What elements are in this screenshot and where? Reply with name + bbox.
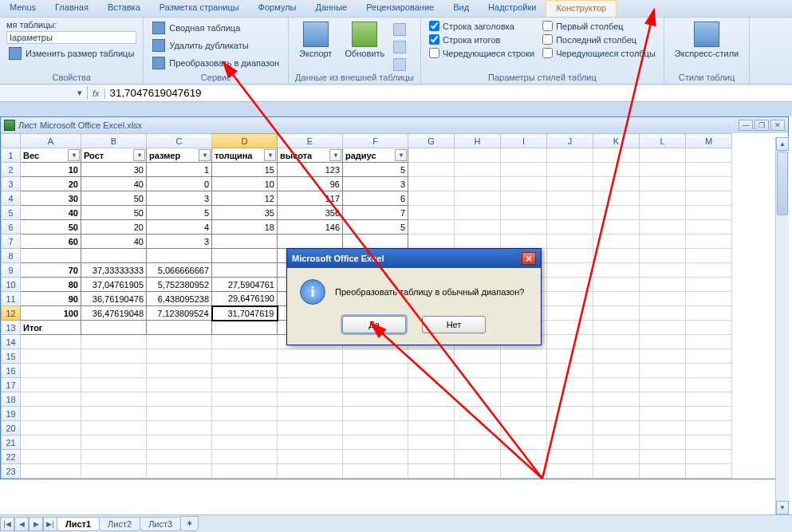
cell[interactable] — [455, 435, 501, 450]
table-column-header[interactable]: высота▾ — [278, 148, 343, 163]
cell[interactable] — [455, 364, 501, 378]
cell[interactable] — [501, 392, 547, 407]
cell[interactable] — [408, 177, 455, 191]
cell[interactable] — [278, 234, 343, 249]
cell[interactable] — [455, 234, 501, 249]
cell[interactable] — [640, 464, 686, 479]
cell[interactable]: 70 — [21, 263, 81, 278]
cell[interactable] — [686, 392, 732, 407]
cell[interactable]: 7 — [343, 206, 408, 220]
cell[interactable] — [547, 191, 593, 206]
col-header[interactable]: I — [501, 134, 547, 148]
total-label-cell[interactable]: Итог — [21, 321, 81, 335]
filter-dropdown-icon[interactable]: ▾ — [133, 149, 145, 161]
cell[interactable] — [278, 364, 343, 378]
row-header[interactable]: 21 — [2, 435, 21, 450]
cell[interactable] — [408, 392, 455, 407]
cell[interactable] — [408, 191, 455, 206]
minimize-button[interactable]: — — [739, 120, 753, 131]
cell[interactable] — [21, 349, 81, 364]
extra-icon-3[interactable] — [393, 58, 406, 71]
cell[interactable] — [408, 234, 455, 249]
fx-button[interactable]: fx — [88, 89, 105, 98]
cell[interactable]: 20 — [21, 177, 81, 191]
cell[interactable] — [686, 364, 732, 378]
cell[interactable] — [547, 407, 593, 421]
cell[interactable] — [501, 407, 547, 421]
cell[interactable] — [593, 421, 640, 435]
cell[interactable] — [408, 435, 455, 450]
cell[interactable] — [408, 206, 455, 220]
row-header[interactable]: 9 — [2, 263, 21, 278]
cell[interactable] — [408, 450, 455, 464]
row-header[interactable]: 2 — [2, 163, 21, 177]
cell[interactable] — [547, 364, 593, 378]
namebox-dropdown-icon[interactable]: ▾ — [74, 88, 85, 98]
row-header[interactable]: 15 — [2, 349, 21, 364]
cell[interactable] — [686, 249, 732, 263]
cell[interactable]: 80 — [21, 278, 81, 292]
col-header[interactable]: G — [408, 134, 455, 148]
table-column-header[interactable]: толщина▾ — [212, 148, 278, 163]
cell[interactable]: 146 — [278, 220, 343, 234]
cell[interactable] — [686, 421, 732, 435]
cell[interactable] — [343, 392, 408, 407]
cell[interactable] — [455, 206, 501, 220]
row-header[interactable]: 7 — [2, 234, 21, 249]
cell[interactable] — [547, 206, 593, 220]
cell[interactable] — [593, 177, 640, 191]
tab-addins[interactable]: Надстройки — [479, 0, 546, 17]
cell[interactable] — [408, 407, 455, 421]
sheet-nav-prev[interactable]: ◀ — [14, 517, 29, 531]
cell[interactable] — [547, 421, 593, 435]
cell[interactable] — [81, 349, 147, 364]
cell[interactable] — [278, 407, 343, 421]
cell[interactable] — [501, 148, 547, 163]
cell[interactable] — [686, 148, 732, 163]
cell[interactable] — [408, 220, 455, 234]
cell[interactable] — [343, 421, 408, 435]
cell[interactable] — [408, 364, 455, 378]
cell[interactable] — [278, 392, 343, 407]
cell[interactable]: 123 — [278, 163, 343, 177]
row-header[interactable]: 13 — [2, 321, 21, 335]
table-column-header[interactable]: Вес▾ — [21, 148, 81, 163]
cell[interactable]: 31,7047619 — [212, 306, 278, 321]
row-header[interactable]: 22 — [2, 450, 21, 464]
formula-input[interactable] — [105, 86, 792, 100]
cell[interactable] — [547, 349, 593, 364]
cell[interactable] — [686, 335, 732, 349]
cell[interactable] — [640, 249, 686, 263]
cell[interactable] — [278, 421, 343, 435]
cell[interactable] — [501, 220, 547, 234]
cell[interactable] — [686, 306, 732, 321]
filter-dropdown-icon[interactable]: ▾ — [329, 149, 341, 161]
col-header[interactable]: L — [640, 134, 686, 148]
row-header[interactable]: 14 — [2, 335, 21, 349]
cell[interactable] — [593, 349, 640, 364]
col-header[interactable]: B — [81, 134, 147, 148]
cell[interactable]: 15 — [212, 163, 278, 177]
cell[interactable] — [21, 464, 81, 479]
cell[interactable] — [547, 148, 593, 163]
cell[interactable]: 6 — [343, 191, 408, 206]
cell[interactable]: 3 — [343, 177, 408, 191]
tab-insert[interactable]: Вставка — [98, 0, 150, 17]
cell[interactable] — [593, 306, 640, 321]
cell[interactable]: 10 — [21, 163, 81, 177]
cell[interactable] — [593, 191, 640, 206]
cell[interactable] — [212, 249, 278, 263]
convert-to-range-button[interactable]: Преобразовать в диапазон — [150, 55, 282, 71]
row-header[interactable]: 1 — [2, 148, 21, 163]
vertical-scrollbar[interactable]: ▲ ▼ — [775, 137, 789, 514]
cell[interactable] — [686, 191, 732, 206]
cell[interactable] — [547, 292, 593, 306]
row-header[interactable]: 10 — [2, 278, 21, 292]
cell[interactable] — [81, 335, 147, 349]
cell[interactable]: 90 — [21, 292, 81, 306]
cell[interactable] — [147, 435, 212, 450]
filter-dropdown-icon[interactable]: ▾ — [264, 149, 276, 161]
cell[interactable] — [408, 163, 455, 177]
cell[interactable] — [147, 378, 212, 392]
cell[interactable] — [640, 378, 686, 392]
